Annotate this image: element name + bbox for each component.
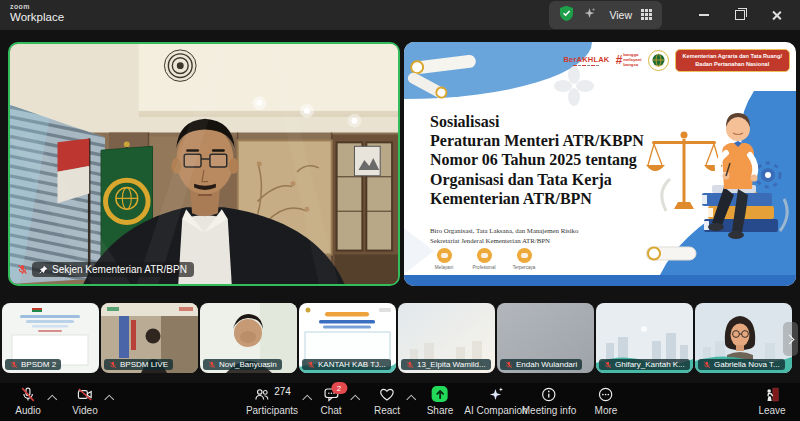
minimize-button[interactable] — [686, 0, 722, 30]
muted-mic-icon — [307, 361, 315, 369]
slide-title: Sosialisasi Peraturan Menteri ATR/KBPN N… — [430, 112, 644, 208]
chat-options-caret[interactable] — [350, 393, 360, 403]
participant-thumbnail[interactable]: Novi_Banyuasin — [200, 303, 297, 373]
chat-button[interactable]: 2 Chat — [320, 386, 341, 416]
participant-name-tag: Gabriella Nova T... — [698, 359, 785, 370]
participant-thumbnail[interactable]: KANTAH KAB TJ... — [299, 303, 396, 373]
info-icon — [540, 386, 558, 403]
value-profesional: Profesional — [468, 248, 500, 270]
react-button[interactable]: React — [374, 386, 400, 416]
ministry-name-badge: Kementerian Agraria dan Tata Ruang/ Bada… — [675, 49, 790, 72]
muted-mic-icon — [19, 386, 36, 403]
close-icon — [771, 10, 782, 21]
share-label: Share — [427, 405, 454, 416]
heart-icon — [378, 386, 396, 403]
video-label: Video — [72, 405, 97, 416]
muted-mic-icon — [703, 361, 711, 369]
berakhlak-logo: BerAKHLAK — [563, 55, 609, 67]
screen-share-tile[interactable]: BerAKHLAK # bangga melayani bangsa Kemen… — [404, 42, 796, 286]
speaker-video-scene — [10, 44, 398, 284]
more-button[interactable]: More — [595, 386, 618, 416]
speaker-name-label: Sekjen Kementerian ATR/BPN — [52, 264, 187, 275]
flower-decoration — [554, 66, 594, 106]
scroll-illustration — [406, 71, 448, 100]
muted-mic-icon — [604, 361, 612, 369]
bangga-melayani-bangsa-logo: # bangga melayani bangsa — [615, 53, 641, 68]
audio-label: Audio — [15, 405, 41, 416]
participant-name-tag: Endah Wulandari — [500, 359, 582, 370]
participant-name-tag: KANTAH KAB TJ... — [302, 359, 391, 370]
participant-thumbnail[interactable]: Gabriella Nova T... — [695, 303, 792, 373]
react-options-caret[interactable] — [406, 393, 416, 403]
participant-name-tag: Novi_Banyuasin — [203, 359, 282, 370]
view-button[interactable]: View — [609, 9, 632, 21]
speaker-name-tag: Sekjen Kementerian ATR/BPN — [17, 262, 194, 277]
pin-icon — [39, 265, 48, 274]
active-speaker-video-tile[interactable]: Sekjen Kementerian ATR/BPN — [8, 42, 400, 286]
maximize-button[interactable] — [722, 0, 758, 30]
leave-door-icon — [763, 386, 781, 403]
more-label: More — [595, 405, 618, 416]
ai-companion-button[interactable]: AI Companion — [464, 386, 527, 416]
meeting-info-button[interactable]: Meeting info — [522, 386, 576, 416]
muted-mic-icon — [406, 361, 414, 369]
chevron-right-icon — [785, 334, 795, 344]
muted-mic-icon — [505, 361, 513, 369]
participant-thumbnail[interactable]: Endah Wulandari — [497, 303, 594, 373]
leave-button[interactable]: Leave — [758, 386, 785, 416]
chat-unread-badge: 2 — [331, 382, 347, 394]
close-button[interactable] — [758, 0, 794, 30]
participants-button[interactable]: 274 Participants — [246, 386, 298, 416]
zoom-logo: zoom — [10, 3, 64, 10]
audio-options-caret[interactable] — [47, 393, 57, 403]
share-button[interactable]: Share — [427, 386, 454, 416]
profesional-icon — [477, 248, 492, 263]
workplace-label: Workplace — [10, 12, 64, 24]
filmstrip-next-button[interactable] — [783, 322, 798, 356]
zoom-meeting-window: { "titlebar": { "app_name": "zoom", "pro… — [0, 0, 800, 421]
participants-options-caret[interactable] — [302, 393, 312, 403]
participant-thumbnail[interactable]: BPSDM LIVE — [101, 303, 198, 373]
meeting-info-label: Meeting info — [522, 405, 576, 416]
security-shield-icon[interactable] — [559, 5, 574, 25]
melayani-icon — [437, 248, 452, 263]
view-grid-icon[interactable] — [641, 6, 652, 24]
participants-icon — [253, 386, 271, 403]
participant-name-tag: Ghifary_Kantah K... — [599, 359, 690, 370]
audio-button[interactable]: Audio — [15, 386, 41, 416]
ai-companion-titlebar-icon[interactable] — [583, 6, 596, 24]
participants-label: Participants — [246, 405, 298, 416]
app-brand: zoom Workplace — [10, 3, 64, 24]
video-options-caret[interactable] — [104, 393, 114, 403]
slide-values-row: Melayani Profesional Terpercaya — [428, 248, 540, 270]
video-button[interactable]: Video — [72, 386, 97, 416]
slide-bottom-band — [404, 275, 796, 286]
react-label: React — [374, 405, 400, 416]
slide-subtitle: Biro Organisasi, Tata Laksana, dan Manaj… — [430, 226, 578, 246]
participant-thumbnail[interactable]: 13_Elpita Wamild... — [398, 303, 495, 373]
terpercaya-icon — [517, 248, 532, 263]
participant-name-tag: BPSDM LIVE — [104, 359, 173, 370]
ministry-logo — [648, 50, 669, 71]
restore-icon — [735, 10, 745, 20]
ai-companion-icon — [487, 386, 505, 403]
more-icon — [597, 386, 615, 403]
ai-companion-label: AI Companion — [464, 405, 527, 416]
muted-mic-icon — [208, 361, 216, 369]
share-screen-icon — [432, 386, 448, 402]
value-terpercaya: Terpercaya — [508, 248, 540, 270]
video-off-icon — [77, 386, 94, 403]
participants-count: 274 — [274, 386, 291, 397]
participant-thumbnail[interactable]: Ghifary_Kantah K... — [596, 303, 693, 373]
slide-logos-row: BerAKHLAK # bangga melayani bangsa Kemen… — [563, 49, 790, 72]
participant-thumbnail[interactable]: BPSDM 2 — [2, 303, 99, 373]
participant-name-tag: 13_Elpita Wamild... — [401, 359, 491, 370]
muted-mic-icon — [17, 264, 28, 275]
leave-label: Leave — [758, 405, 785, 416]
muted-mic-icon — [109, 361, 117, 369]
justice-illustration — [646, 91, 796, 275]
participant-name-tag: BPSDM 2 — [5, 359, 61, 370]
view-controls-pill: View — [549, 1, 662, 29]
titlebar: zoom Workplace View — [0, 0, 800, 30]
muted-mic-icon — [10, 361, 18, 369]
